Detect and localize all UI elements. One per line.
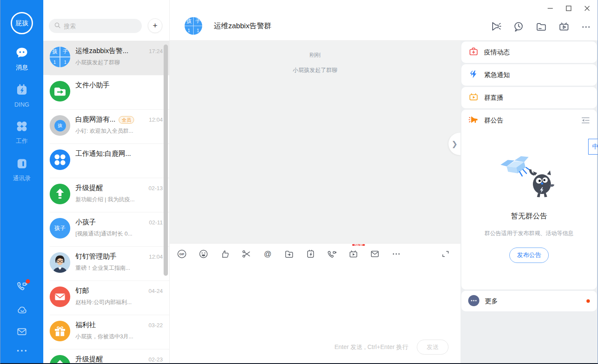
avatar-name: 屁孩	[15, 19, 28, 27]
panel-item-label: 疫情动态	[484, 48, 510, 57]
chat-list-item[interactable]: 升级提醒02-23	[43, 349, 169, 363]
close-button[interactable]	[583, 5, 591, 12]
more-circle-icon	[468, 295, 479, 307]
sidebar-item-label: 通讯录	[13, 175, 31, 182]
upgrade-arrow-icon	[50, 355, 70, 363]
panel-item-label: 紧急通知	[484, 71, 510, 79]
gift-icon	[50, 321, 70, 341]
emoji-icon[interactable]	[198, 249, 209, 259]
chat-preview: 新功能介绍 | 我为抗疫...	[75, 196, 163, 203]
more-ellipsis-icon[interactable]	[581, 21, 591, 32]
ime-language-indicator[interactable]: 中	[588, 139, 598, 155]
chat-preview: 赵桂玲:公司内部福利...	[75, 298, 163, 306]
chat-list-scrollbar[interactable]	[164, 45, 168, 276]
chat-title: 钉钉管理助手	[75, 252, 117, 261]
avatar[interactable]: 屁孩	[11, 12, 33, 34]
panel-item-group-live[interactable]: 群直播	[461, 87, 597, 108]
fullscreen-icon[interactable]	[441, 249, 450, 259]
panel-item-more[interactable]: 更多	[461, 291, 597, 311]
panel-item-epidemic[interactable]: 疫情动态	[461, 42, 597, 63]
svg-text:@: @	[264, 249, 272, 258]
group-side-panel: 疫情动态 紧急通知 群直播	[460, 41, 598, 363]
video-call-icon[interactable]	[327, 249, 337, 259]
chat-list-item[interactable]: 孩 白鹿网游有...全员12:04 小钉: 欢迎加入全员群...	[43, 109, 169, 143]
group-quadrant-avatar[interactable]: 孩子11	[185, 17, 202, 35]
plus-icon: +	[152, 21, 157, 30]
announcement-card: 群公告	[461, 110, 597, 289]
video-phone-icon[interactable]	[16, 281, 28, 292]
group-live-icon[interactable]: NEW	[348, 249, 359, 259]
chat-title: 运维zabbix告警...	[75, 47, 129, 56]
collapse-panel-icon[interactable]	[580, 115, 591, 125]
message-area: 刚刚 小屁孩发起了群聊 ❯	[170, 41, 460, 243]
sidebar-bottom	[16, 281, 28, 353]
mail-icon[interactable]	[370, 249, 380, 259]
chat-preview: 小屁孩，你被选中3月...	[75, 333, 163, 340]
minimize-button[interactable]	[547, 5, 554, 12]
chat-list-item[interactable]: 福利社03-22 小屁孩，你被选中3月...	[43, 315, 169, 349]
chat-list-topbar: +	[43, 0, 169, 41]
sidebar-item-ding[interactable]: DING	[15, 84, 30, 108]
chat-list-item[interactable]: 钉邮04-24 赵桂玲:公司内部福利...	[43, 280, 169, 315]
chat-header-actions	[490, 21, 591, 32]
live-tv-icon[interactable]	[558, 21, 569, 32]
expand-panel-handle[interactable]: ❯	[448, 133, 460, 155]
more-ellipsis-icon[interactable]	[391, 249, 401, 259]
work-grid-icon	[15, 120, 28, 134]
chat-time: 03-22	[146, 322, 163, 328]
cloud-drive-icon[interactable]	[16, 304, 28, 314]
app-sidebar: 屁孩 消息 DING 工作 通讯录	[0, 0, 43, 363]
chat-preview: 小屁孩发起了群聊	[75, 59, 163, 66]
chat-list-item[interactable]: 升级提醒02-13 新功能介绍 | 我为抗疫...	[43, 178, 169, 212]
chat-preview: 小钉: 欢迎加入全员群...	[75, 127, 163, 135]
window-controls	[547, 5, 591, 12]
chat-list-panel: + 孩子11 运维zabbix告警...17:24 小屁孩发起了群聊 文件小助手	[43, 0, 170, 363]
chat-list-item[interactable]: 孩子 小孩子02-11 [视频通话]通话时长 0...	[43, 212, 169, 246]
mention-icon[interactable]: @	[263, 249, 273, 259]
chat-time: 12:04	[146, 254, 163, 260]
announcement-icon[interactable]	[490, 21, 501, 32]
thumb-up-icon[interactable]	[220, 249, 230, 259]
file-send-icon[interactable]	[284, 249, 294, 259]
search-input[interactable]	[64, 23, 137, 30]
chat-title: 工作通知:白鹿网...	[75, 149, 131, 158]
message-input[interactable]	[174, 268, 456, 337]
chat-title: 文件小助手	[75, 81, 110, 90]
ding-icon[interactable]	[305, 249, 316, 259]
chat-list-item[interactable]: 工作通知:白鹿网...	[43, 143, 169, 178]
folder-icon[interactable]	[535, 21, 547, 32]
chat-list-item[interactable]: 文件小助手	[43, 75, 169, 109]
empty-announcement-desc: 群公告适用于发布群规、活动等信息	[461, 230, 597, 237]
live-tv-icon	[469, 92, 478, 103]
search-bar[interactable]	[49, 19, 142, 33]
chat-title: 钉邮	[75, 286, 89, 295]
send-button[interactable]: 发送	[417, 340, 448, 355]
file-helper-folder-icon	[50, 81, 70, 101]
composer: Enter 发送 , Ctrl+Enter 换行 发送	[170, 264, 460, 363]
publish-announcement-button[interactable]: 发布公告	[509, 248, 549, 263]
chat-history-icon[interactable]	[513, 21, 524, 32]
time-divider: 刚刚	[170, 51, 460, 59]
gif-icon[interactable]: GIF	[176, 249, 187, 259]
svg-text:GIF: GIF	[179, 252, 185, 256]
panel-item-label: 群直播	[484, 94, 503, 102]
chat-header: 孩子11 运维zabbix告警群	[170, 0, 598, 41]
chat-list-item[interactable]: 孩子11 运维zabbix告警...17:24 小屁孩发起了群聊	[43, 41, 169, 75]
chat-list-item[interactable]: 钉钉管理助手12:04 重磅！企业复工指南...	[43, 246, 169, 280]
chat-title: 福利社	[75, 321, 96, 330]
panel-item-urgent-notice[interactable]: 紧急通知	[461, 64, 597, 86]
chat-title: 升级提醒	[75, 355, 103, 363]
scissors-icon[interactable]	[241, 249, 251, 259]
more-ellipsis-icon[interactable]	[16, 349, 27, 353]
panel-item-label: 更多	[485, 297, 498, 305]
chat-title: 升级提醒	[75, 184, 103, 193]
sidebar-item-work[interactable]: 工作	[15, 120, 28, 145]
add-chat-button[interactable]: +	[148, 18, 162, 33]
sidebar-item-messages[interactable]: 消息	[15, 46, 28, 72]
chat-preview: [视频通话]通话时长 0...	[75, 230, 163, 238]
sidebar-item-contacts[interactable]: 通讯录	[13, 157, 31, 182]
conversation-column: 刚刚 小屁孩发起了群聊 ❯ GIF	[170, 41, 460, 363]
maximize-button[interactable]	[565, 5, 572, 12]
mail-icon[interactable]	[16, 327, 27, 336]
contacts-book-icon	[15, 157, 28, 172]
